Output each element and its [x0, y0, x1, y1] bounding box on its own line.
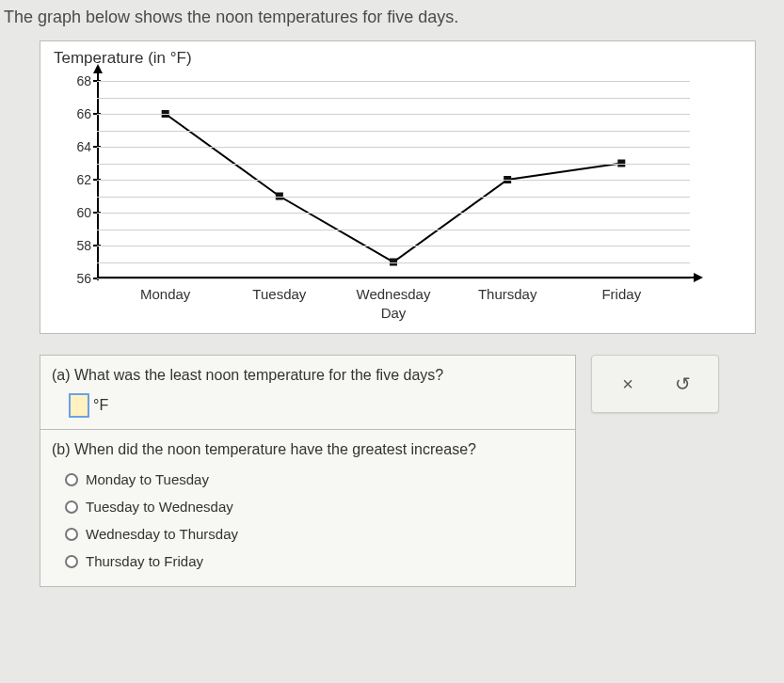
- y-tick-label: 62: [76, 172, 91, 187]
- y-tick-label: 68: [76, 73, 91, 88]
- intro-text: The graph below shows the noon temperatu…: [0, 0, 784, 40]
- radio-icon: [65, 473, 78, 486]
- temperature-input[interactable]: [69, 393, 89, 418]
- controls-panel: × ↺: [591, 355, 719, 413]
- reset-button[interactable]: ↺: [664, 367, 701, 401]
- option-label: Monday to Tuesday: [86, 471, 209, 487]
- unit-label: °F: [93, 397, 108, 414]
- x-tick-label: Thursday: [478, 286, 537, 302]
- questions-panel: (a) What was the least noon temperature …: [40, 355, 576, 587]
- question-b-text: (b) When did the noon temperature have t…: [52, 441, 564, 458]
- x-arrow-icon: [694, 273, 703, 282]
- chart-panel: Temperature (in °F) 56586062646668 Monda…: [40, 40, 756, 334]
- option-0[interactable]: Monday to Tuesday: [65, 466, 564, 493]
- option-label: Thursday to Friday: [86, 553, 203, 569]
- close-icon: ×: [622, 373, 633, 395]
- reset-icon: ↺: [675, 373, 691, 395]
- plot-area: [97, 81, 690, 278]
- x-axis-label: Day: [381, 305, 407, 321]
- radio-icon: [65, 500, 78, 514]
- y-tick-label: 58: [76, 238, 91, 253]
- option-label: Tuesday to Wednesday: [86, 499, 233, 515]
- close-button[interactable]: ×: [609, 367, 647, 401]
- y-tick-label: 66: [76, 106, 91, 121]
- option-label: Wednesday to Thursday: [86, 526, 238, 542]
- question-b: (b) When did the noon temperature have t…: [40, 430, 575, 586]
- x-tick-label: Friday: [601, 286, 641, 302]
- x-tick-label: Wednesday: [357, 286, 431, 302]
- options-group: Monday to TuesdayTuesday to WednesdayWed…: [65, 466, 564, 575]
- radio-icon: [65, 528, 78, 541]
- y-axis: 56586062646668: [56, 71, 97, 326]
- option-3[interactable]: Thursday to Friday: [65, 548, 564, 575]
- y-tick-label: 64: [76, 139, 91, 154]
- y-tick-label: 56: [76, 271, 91, 286]
- y-tick-label: 60: [76, 205, 91, 220]
- x-axis: MondayTuesdayWednesdayThursdayFridayDay: [97, 286, 690, 327]
- question-a-text: (a) What was the least noon temperature …: [52, 367, 564, 384]
- x-tick-label: Monday: [140, 286, 190, 302]
- x-tick-label: Tuesday: [252, 286, 306, 302]
- chart: 56586062646668 MondayTuesdayWednesdayThu…: [56, 71, 696, 326]
- option-2[interactable]: Wednesday to Thursday: [65, 520, 564, 548]
- y-arrow-icon: [93, 64, 103, 73]
- radio-icon: [65, 555, 78, 568]
- question-a: (a) What was the least noon temperature …: [40, 356, 575, 430]
- option-1[interactable]: Tuesday to Wednesday: [65, 493, 564, 520]
- chart-title: Temperature (in °F): [54, 49, 747, 68]
